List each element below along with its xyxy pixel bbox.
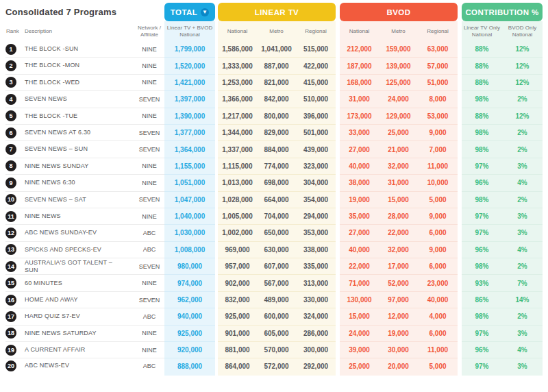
bvod-metro-value: 139,000 xyxy=(379,58,418,74)
column-header-linear-regional: Regional xyxy=(296,21,336,41)
table-row: 20 ABC NEWS-EV ABC 888,000 864,000 572,0… xyxy=(5,358,543,375)
linear-national-value: 1,005,000 xyxy=(218,208,257,225)
bvod-regional-value: 6,000 xyxy=(418,258,458,275)
rank-cell: 9 xyxy=(5,175,25,191)
table-row: 17 HARD QUIZ S7-EV ABC 940,000 925,000 6… xyxy=(5,308,543,325)
program-description: SEVEN NEWS – SUN xyxy=(25,141,134,158)
bvod-metro-value: 31,000 xyxy=(379,175,418,191)
bvod-regional-value: 11,000 xyxy=(418,158,458,175)
linear-regional-value: 422,000 xyxy=(296,58,336,74)
network-affiliate: SEVEN xyxy=(134,141,164,158)
bvod-only-contribution-value: 4% xyxy=(502,242,543,258)
rank-badge: 11 xyxy=(5,211,16,222)
linear-only-contribution-value: 86% xyxy=(462,292,502,308)
rank-cell: 3 xyxy=(5,75,25,91)
program-table-body: 1 THE BLOCK -SUN NINE 1,799,000 1,586,00… xyxy=(5,41,543,376)
table-row: 10 SEVEN NEWS – SAT SEVEN 1,047,000 1,02… xyxy=(5,192,543,208)
linear-regional-value: 313,000 xyxy=(296,275,336,291)
total-national-value: 1,390,000 xyxy=(164,108,215,125)
total-national-value: 980,000 xyxy=(164,258,215,275)
network-affiliate: NINE xyxy=(134,175,164,191)
bvod-metro-value: 32,000 xyxy=(379,158,418,175)
linear-regional-value: 330,000 xyxy=(296,292,336,308)
rank-cell: 10 xyxy=(5,192,25,208)
bvod-regional-value: 4,000 xyxy=(418,308,458,325)
network-affiliate: SEVEN xyxy=(134,258,164,275)
program-description: NINE NEWS SUNDAY xyxy=(25,158,134,175)
sort-descending-icon[interactable]: ▼ xyxy=(201,8,209,16)
network-affiliate: NINE xyxy=(134,275,164,291)
linear-regional-value: 286,000 xyxy=(296,326,336,342)
total-national-value: 888,000 xyxy=(164,358,215,375)
linear-metro-value: 698,000 xyxy=(257,175,296,191)
linear-only-contribution-value: 97% xyxy=(462,326,502,342)
bvod-regional-value: 10,000 xyxy=(418,175,458,191)
total-national-value: 940,000 xyxy=(164,308,215,325)
bvod-regional-value: 63,000 xyxy=(418,41,458,58)
rank-badge: 20 xyxy=(5,360,16,371)
linear-metro-value: 607,000 xyxy=(257,258,296,275)
bvod-metro-value: 129,000 xyxy=(379,108,418,125)
linear-regional-value: 510,000 xyxy=(296,91,336,108)
table-row: 19 A CURRENT AFFAIR NINE 920,000 881,000… xyxy=(5,342,543,358)
table-row: 9 NINE NEWS 6:30 NINE 1,051,000 1,013,00… xyxy=(5,175,543,191)
table-row: 16 HOME AND AWAY SEVEN 962,000 832,000 4… xyxy=(5,292,543,308)
linear-national-value: 1,013,000 xyxy=(218,175,257,191)
bvod-national-value: 27,000 xyxy=(340,141,379,158)
total-national-value: 1,047,000 xyxy=(164,192,215,208)
rank-cell: 13 xyxy=(5,242,25,258)
total-national-value: 920,000 xyxy=(164,342,215,358)
column-header-rank: Rank xyxy=(5,21,25,41)
bvod-national-value: 22,000 xyxy=(340,258,379,275)
rank-cell: 12 xyxy=(5,225,25,241)
linear-national-value: 1,337,000 xyxy=(218,141,257,158)
program-description: 60 MINUTES xyxy=(25,275,134,291)
bvod-national-value: 31,000 xyxy=(340,91,379,108)
total-national-value: 1,040,000 xyxy=(164,208,215,225)
rank-badge: 18 xyxy=(5,328,16,339)
total-national-value: 1,397,000 xyxy=(164,91,215,108)
program-description: NINE NEWS SATURDAY xyxy=(25,326,134,342)
rank-cell: 19 xyxy=(5,342,25,358)
network-affiliate: SEVEN xyxy=(134,125,164,141)
total-column-header[interactable]: TOTAL ▼ xyxy=(164,3,215,21)
table-row: 13 SPICKS AND SPECKS-EV ABC 1,008,000 96… xyxy=(5,242,543,258)
program-description: HOME AND AWAY xyxy=(25,292,134,308)
bvod-only-contribution-value: 2% xyxy=(502,91,543,108)
linear-only-contribution-value: 98% xyxy=(462,258,502,275)
linear-metro-value: 884,000 xyxy=(257,141,296,158)
total-national-value: 1,520,000 xyxy=(164,58,215,74)
table-row: 8 NINE NEWS SUNDAY NINE 1,155,000 1,115,… xyxy=(5,158,543,175)
contribution-header-label: CONTRIBUTION % xyxy=(465,8,538,16)
page-title: Consolidated 7 Programs xyxy=(5,7,164,17)
bvod-regional-value: 40,000 xyxy=(418,292,458,308)
bvod-national-value: 168,000 xyxy=(340,75,379,91)
bvod-only-contribution-value: 12% xyxy=(502,108,543,125)
network-affiliate: NINE xyxy=(134,342,164,358)
linear-national-value: 902,000 xyxy=(218,275,257,291)
linear-regional-value: 353,000 xyxy=(296,225,336,241)
linear-national-value: 969,000 xyxy=(218,242,257,258)
rank-cell: 4 xyxy=(5,91,25,108)
bvod-only-contribution-value: 3% xyxy=(502,158,543,175)
bvod-only-contribution-value: 2% xyxy=(502,192,543,208)
total-national-value: 1,155,000 xyxy=(164,158,215,175)
linear-national-value: 1,253,000 xyxy=(218,75,257,91)
program-description: NINE NEWS xyxy=(25,208,134,225)
program-description: SEVEN NEWS xyxy=(25,91,134,108)
rank-badge: 3 xyxy=(5,77,16,88)
program-description: NINE NEWS 6:30 xyxy=(25,175,134,191)
linear-regional-value: 338,000 xyxy=(296,242,336,258)
rank-badge: 13 xyxy=(5,244,16,255)
linear-national-value: 1,115,000 xyxy=(218,158,257,175)
total-national-value: 1,030,000 xyxy=(164,225,215,241)
linear-metro-value: 821,000 xyxy=(257,75,296,91)
bvod-regional-value: 5,000 xyxy=(418,358,458,375)
ratings-report-page: Consolidated 7 Programs TOTAL ▼ LINEAR T… xyxy=(0,0,548,392)
rank-cell: 7 xyxy=(5,141,25,158)
rank-badge: 10 xyxy=(5,194,16,205)
rank-cell: 2 xyxy=(5,58,25,74)
total-national-value: 925,000 xyxy=(164,326,215,342)
bvod-national-value: 40,000 xyxy=(340,242,379,258)
linear-only-contribution-value: 96% xyxy=(462,175,502,191)
